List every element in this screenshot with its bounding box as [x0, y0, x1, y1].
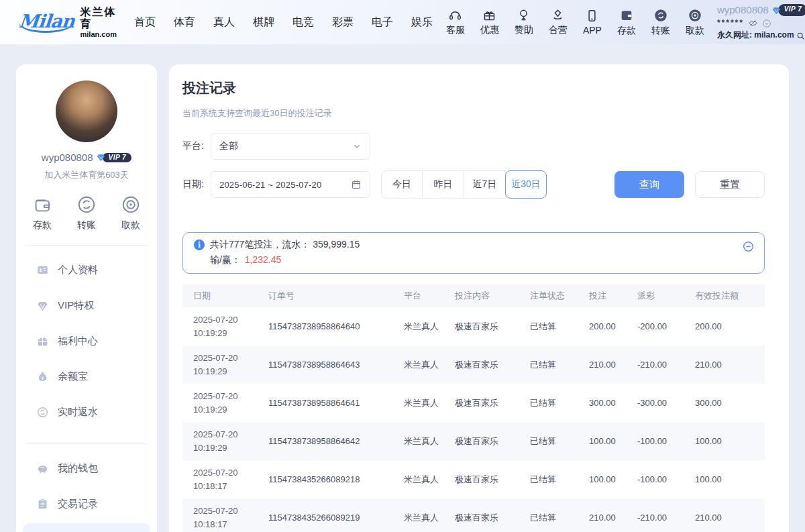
deposit-filled-icon [619, 8, 634, 23]
platform-select[interactable]: 全部 [211, 133, 370, 160]
transfer-icon [76, 195, 97, 215]
sidebar-menu-account: 个人资料 VIP特权 福利中心 [16, 250, 157, 430]
summary-banner: i 共计777笔投注，流水： 359,999.15 输/赢： 1,232.45 [182, 232, 765, 274]
deposit-icon [32, 195, 52, 215]
col-valid: 有效投注额 [684, 284, 765, 307]
sidebar-item-wallet[interactable]: 我的钱包 [16, 451, 157, 486]
nav-item-lottery[interactable]: 彩票 [332, 15, 354, 30]
logo-cn-text: 米兰体育 [80, 6, 117, 30]
sidebar-avatar[interactable] [56, 81, 117, 142]
profile-sidebar: wyp080808 VIP 7 加入米兰体育第603天 存款 [16, 64, 157, 532]
vip-diamond-icon [771, 5, 782, 15]
nav-item-live[interactable]: 真人 [213, 15, 235, 30]
withdraw-filled-icon [688, 8, 702, 23]
chevron-down-icon [352, 142, 362, 151]
sidebar-deposit-button[interactable]: 存款 [32, 195, 52, 231]
platform-label: 平台: [182, 140, 211, 152]
date-range-value: 2025-06-21 ~ 2025-07-20 [219, 180, 321, 190]
quick-range-group: 今日 昨日 近7日 近30日 [381, 170, 547, 199]
sidebar-item-yuebao[interactable]: 余额宝 [16, 359, 157, 394]
sidebar-withdraw-button[interactable]: 取款 [121, 195, 141, 231]
bet-records-panel: 投注记录 当前系统支持查询最近30日的投注记录 平台: 全部 日期: 2025-… [169, 64, 789, 532]
nav-item-esports[interactable]: 电竞 [292, 15, 314, 30]
range-30days-button[interactable]: 近30日 [505, 170, 547, 199]
col-date: 日期 [182, 284, 258, 307]
vip-diamond-icon [96, 152, 106, 162]
joined-days-text: 加入米兰体育第603天 [16, 169, 157, 181]
sidebar-item-bet-records[interactable]: 投注记录 [23, 523, 150, 532]
refresh-balance-icon[interactable] [762, 19, 771, 28]
headset-icon [448, 8, 462, 22]
calendar-icon [351, 179, 362, 190]
date-range-input[interactable]: 2025-06-21 ~ 2025-07-20 [211, 171, 370, 198]
phone-icon [585, 9, 599, 23]
transfer-button[interactable]: 转账 [649, 8, 672, 37]
sidebar-menu-records: 我的钱包 交易记录 投注记录 [16, 448, 157, 532]
collapse-icon[interactable] [742, 240, 755, 253]
nav-item-slots[interactable]: 电子 [372, 15, 393, 30]
table-header-row: 日期 订单号 平台 投注内容 注单状态 投注 派彩 有效投注额 [182, 284, 765, 307]
service-button[interactable]: 客服 [444, 8, 467, 36]
col-platform: 平台 [393, 284, 444, 307]
user-info-block: wyp080808 VIP 7 ****** [717, 3, 805, 42]
magnifier-icon[interactable] [796, 32, 805, 40]
page-subtitle: 当前系统支持查询最近30日的投注记录 [182, 107, 765, 119]
promotions-button[interactable]: 优惠 [478, 8, 501, 36]
sidebar-item-profile[interactable]: 个人资料 [16, 252, 157, 288]
app-button[interactable]: APP [581, 9, 604, 36]
table-row: 2025-07-2010:19:29 1154738738958864641 米… [182, 384, 765, 422]
partner-icon [551, 8, 565, 22]
vip-privilege-icon [36, 299, 49, 312]
sidebar-item-rebate[interactable]: 实时返水 [16, 394, 157, 430]
range-yesterday-button[interactable]: 昨日 [423, 170, 464, 199]
rebate-icon [36, 406, 49, 419]
sponsor-icon [517, 8, 531, 22]
logo-script-text: Milan [17, 12, 75, 33]
moneybag-icon [36, 370, 49, 383]
query-button[interactable]: 查询 [614, 171, 684, 198]
col-bet: 投注 [578, 284, 627, 307]
nav-item-sports[interactable]: 体育 [174, 15, 195, 30]
table-row: 2025-07-2010:18:17 1154738435266089219 米… [182, 498, 765, 532]
deposit-button[interactable]: 存款 [615, 8, 638, 37]
range-7days-button[interactable]: 近7日 [464, 170, 506, 199]
reset-button[interactable]: 重置 [695, 171, 765, 198]
divider [25, 443, 148, 444]
table-row: 2025-07-2010:19:29 1154738738958864643 米… [182, 345, 765, 384]
platform-select-value: 全部 [219, 140, 238, 152]
sidebar-item-welfare[interactable]: 福利中心 [16, 323, 157, 359]
info-icon: i [194, 240, 205, 250]
summary-turnover-value: 359,999.15 [313, 239, 360, 250]
site-logo[interactable]: Milan 米兰体育 milan.com [19, 6, 117, 38]
nav-item-cards[interactable]: 棋牌 [253, 15, 274, 30]
sidebar-item-transactions[interactable]: 交易记录 [16, 486, 157, 522]
bet-records-table: 日期 订单号 平台 投注内容 注单状态 投注 派彩 有效投注额 2025-07-… [182, 284, 765, 532]
partner-button[interactable]: 合营 [547, 8, 570, 36]
col-order: 订单号 [258, 284, 393, 307]
summary-winloss-value: 1,232.45 [245, 254, 282, 265]
eye-off-icon[interactable] [748, 18, 758, 28]
nav-item-entertainment[interactable]: 娱乐 [411, 15, 433, 30]
table-row: 2025-07-2010:19:29 1154738738958864642 米… [182, 422, 765, 460]
withdraw-icon [121, 195, 141, 215]
divider [25, 245, 148, 246]
username: wyp080808 [717, 3, 769, 17]
logo-domain-text: milan.com [80, 30, 117, 38]
transfer-filled-icon [653, 8, 668, 23]
withdraw-button[interactable]: 取款 [684, 8, 706, 37]
top-bar: Milan 米兰体育 milan.com 首页 体育 真人 棋牌 电竞 彩票 电… [0, 0, 805, 44]
masked-balance: ****** [717, 17, 744, 29]
sponsor-button[interactable]: 赞助 [513, 8, 535, 36]
permanent-url-label: 永久网址: milan.com [717, 30, 794, 41]
sidebar-transfer-button[interactable]: 转账 [76, 195, 97, 231]
idcard-icon [36, 264, 49, 276]
table-row: 2025-07-2010:18:17 1154738435266089218 米… [182, 460, 765, 498]
sidebar-item-vip[interactable]: VIP特权 [16, 288, 157, 323]
vip-badge: VIP 7 [771, 4, 805, 16]
date-label: 日期: [182, 178, 211, 191]
table-row: 2025-07-2010:19:29 1154738738958864640 米… [182, 307, 765, 345]
nav-item-home[interactable]: 首页 [134, 15, 156, 30]
page-title: 投注记录 [182, 79, 765, 97]
range-today-button[interactable]: 今日 [381, 170, 423, 199]
wallet-icon [36, 462, 49, 475]
